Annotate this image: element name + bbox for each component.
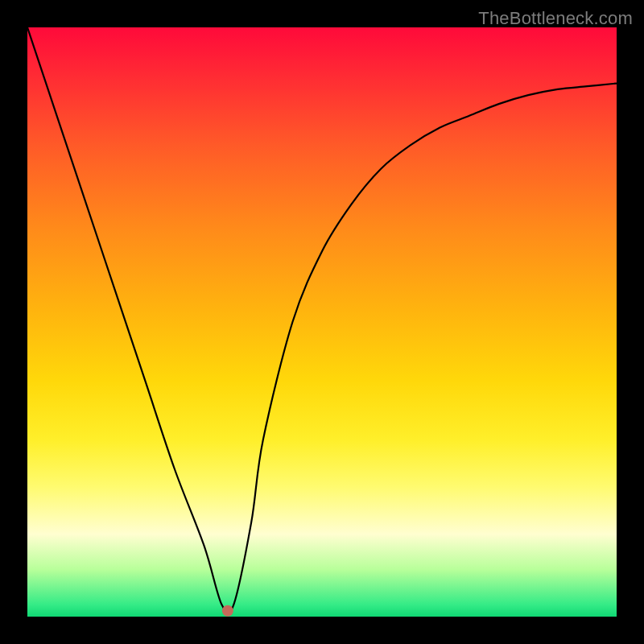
plot-area bbox=[27, 27, 617, 617]
watermark-text: TheBottleneck.com bbox=[478, 8, 633, 29]
chart-frame: TheBottleneck.com bbox=[0, 0, 644, 644]
bottleneck-curve bbox=[27, 27, 617, 617]
bottleneck-curve-path bbox=[27, 27, 617, 613]
optimal-point-marker bbox=[222, 605, 233, 617]
